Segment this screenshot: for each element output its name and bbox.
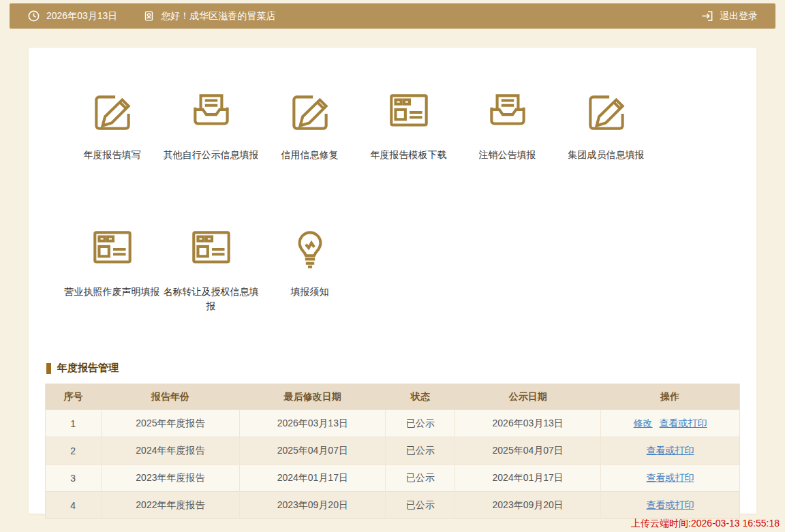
cell-actions: 查看或打印 — [601, 465, 740, 492]
modify-link[interactable]: 修改 — [634, 418, 653, 428]
feature-group-member-info[interactable]: 集团成员信息填报 — [557, 86, 656, 163]
cell-status: 已公示 — [386, 492, 455, 519]
cell-status: 已公示 — [386, 437, 455, 465]
view-print-link[interactable]: 查看或打印 — [660, 418, 707, 428]
feature-template-download[interactable]: 年度报告模板下载 — [359, 86, 458, 163]
view-print-link[interactable]: 查看或打印 — [647, 445, 694, 456]
feature-label: 营业执照作废声明填报 — [65, 285, 160, 300]
view-print-link[interactable]: 查看或打印 — [647, 472, 694, 483]
table-header-row: 序号 报告年份 最后修改日期 状态 公示日期 操作 — [46, 384, 740, 410]
feature-filling-notice[interactable]: 填报须知 — [260, 223, 359, 328]
cell-year: 2025年年度报告 — [101, 410, 240, 437]
logout-icon — [701, 10, 713, 22]
browser-icon — [185, 223, 237, 275]
section-heading: 年度报告管理 — [57, 362, 119, 375]
cell-modified: 2025年04月07日 — [240, 437, 386, 465]
col-header-no: 序号 — [46, 384, 102, 410]
cell-publish: 2024年01月17日 — [455, 465, 601, 492]
logout-button[interactable]: 退出登录 — [701, 10, 758, 22]
cell-no: 3 — [46, 465, 102, 492]
table-row: 4 2022年年度报告 2023年09月20日 已公示 2023年09月20日 … — [46, 492, 740, 519]
feature-label: 年度报告填写 — [84, 148, 141, 163]
inbox-icon — [482, 86, 534, 138]
feature-label: 注销公告填报 — [479, 148, 536, 163]
feature-other-publicity-info[interactable]: 其他自行公示信息填报 — [161, 86, 260, 163]
annual-report-table: 序号 报告年份 最后修改日期 状态 公示日期 操作 1 2025年年度报告 20… — [45, 384, 740, 519]
table-row: 1 2025年年度报告 2026年03月13日 已公示 2026年03月13日 … — [46, 410, 740, 437]
feature-label: 信用信息修复 — [281, 148, 339, 163]
feature-label: 集团成员信息填报 — [568, 148, 645, 163]
cell-actions: 查看或打印 — [601, 492, 740, 519]
current-date: 2026年03月13日 — [46, 10, 117, 22]
feature-label: 名称转让及授权信息填报 — [161, 285, 260, 314]
browser-icon — [87, 223, 138, 275]
upload-time-text: 上传云端时间:2026-03-13 16:55:18 — [631, 518, 780, 530]
cell-no: 2 — [46, 437, 102, 465]
feature-label: 年度报告模板下载 — [371, 148, 447, 163]
col-header-year: 报告年份 — [101, 384, 240, 410]
col-header-status: 状态 — [386, 384, 455, 410]
cell-publish: 2025年04月07日 — [455, 437, 601, 465]
topbar-date-group: 2026年03月13日 — [27, 10, 117, 22]
user-greeting: 您好！成华区滋香的冒菜店 — [161, 10, 275, 22]
cell-status: 已公示 — [386, 465, 455, 492]
bulb-icon — [284, 223, 336, 275]
cell-publish: 2026年03月13日 — [455, 410, 601, 437]
view-print-link[interactable]: 查看或打印 — [647, 499, 694, 510]
col-header-modified: 最后修改日期 — [240, 384, 386, 410]
table-row: 3 2023年年度报告 2024年01月17日 已公示 2024年01月17日 … — [46, 465, 740, 492]
cell-actions: 查看或打印 — [601, 437, 740, 465]
feature-credit-repair[interactable]: 信用信息修复 — [260, 86, 359, 163]
cell-modified: 2026年03月13日 — [240, 410, 386, 437]
browser-icon — [383, 86, 435, 138]
title-marker — [46, 363, 51, 374]
feature-name-transfer-auth[interactable]: 名称转让及授权信息填报 — [161, 223, 260, 328]
cell-modified: 2023年09月20日 — [240, 492, 386, 519]
annual-report-section-title: 年度报告管理 — [46, 362, 740, 375]
cell-no: 1 — [46, 410, 102, 437]
cell-publish: 2023年09月20日 — [455, 492, 601, 519]
feature-license-void-statement[interactable]: 营业执照作废声明填报 — [63, 223, 161, 300]
cell-modified: 2024年01月17日 — [240, 465, 386, 492]
edit-icon — [87, 86, 138, 138]
cell-year: 2024年年度报告 — [101, 437, 240, 465]
feature-grid: 年度报告填写 其他自行公示信息填报 信用信息修复 年度报告模板下载 注销公告填报 — [45, 86, 740, 359]
col-header-publish: 公示日期 — [455, 384, 601, 410]
cell-actions: 修改查看或打印 — [601, 410, 740, 437]
feature-label: 填报须知 — [291, 285, 329, 300]
clock-icon — [27, 10, 40, 22]
cell-status: 已公示 — [386, 410, 455, 437]
topbar: 2026年03月13日 您好！成华区滋香的冒菜店 退出登录 — [10, 3, 775, 29]
topbar-user-group: 您好！成华区滋香的冒菜店 — [143, 10, 275, 22]
cell-no: 4 — [46, 492, 102, 519]
edit-icon — [284, 86, 336, 138]
user-badge-icon — [143, 10, 155, 22]
logout-label: 退出登录 — [720, 10, 758, 22]
col-header-actions: 操作 — [601, 384, 740, 410]
cell-year: 2022年年度报告 — [101, 492, 240, 519]
inbox-icon — [185, 86, 237, 138]
main-card: 年度报告填写 其他自行公示信息填报 信用信息修复 年度报告模板下载 注销公告填报 — [29, 48, 756, 514]
feature-cancellation-notice[interactable]: 注销公告填报 — [458, 86, 557, 163]
cell-year: 2023年年度报告 — [101, 465, 240, 492]
feature-annual-report-fill[interactable]: 年度报告填写 — [63, 86, 161, 163]
table-row: 2 2024年年度报告 2025年04月07日 已公示 2025年04月07日 … — [46, 437, 740, 465]
feature-label: 其他自行公示信息填报 — [164, 148, 259, 163]
edit-icon — [581, 86, 632, 138]
